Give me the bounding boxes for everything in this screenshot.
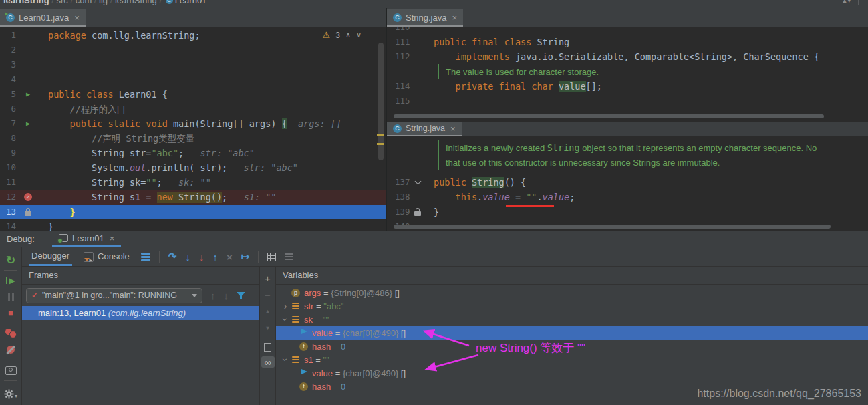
stop-button[interactable]: ■ [0,305,21,321]
line-number: 6 [0,102,20,116]
breadcrumb-separator: / [49,0,57,5]
breadcrumb-item[interactable]: com [76,0,92,5]
code-text: System.out.println( str); str: "abc" [36,160,298,175]
code-text [36,43,48,57]
run-widget-icon[interactable]: ▲▾ [842,0,851,4]
frames-toolbar: ✓ "main"@1 in gro..."main": RUNNING ↑ ↓ [22,285,259,306]
warning-stripe-mark[interactable] [377,134,384,136]
prev-warning-icon[interactable]: ∧ [345,31,351,39]
tree-chevron-icon[interactable]: › [280,354,291,365]
breadcrumb-separator: / [157,0,164,5]
step-into-button[interactable]: ↓ [185,251,190,263]
variable-row[interactable]: ›sk = "" [276,313,868,326]
gear-icon [4,389,14,399]
debug-session-tab[interactable]: Learn01 × [52,231,121,247]
code-editor-string-constructor[interactable]: Initializes a newly created String objec… [387,136,868,234]
run-to-cursor-button[interactable]: ↦ [241,251,250,263]
rerun-button[interactable]: ↻ [0,252,21,268]
variable-row[interactable]: value = {char[0]@490} [] [276,326,868,340]
code-text: The value is used for character storage. [438,64,599,79]
force-step-into-button[interactable]: ↓ [199,251,204,263]
breadcrumb[interactable]: learnString / src / com / llg / learnStr… [0,0,868,7]
horizontal-scrollbar[interactable] [394,114,824,118]
view-breakpoints-button[interactable] [0,325,21,342]
settings-gear-button[interactable]: ▾ [0,383,21,399]
tab-learn01-java[interactable]: C Learn01.java × [0,9,86,27]
code-text: } [424,205,439,219]
warning-stripe-mark[interactable] [377,143,384,145]
gutter: ▶ [20,116,36,131]
close-icon[interactable]: × [74,13,80,23]
frames-header: Frames [22,267,259,285]
tree-chevron-icon[interactable]: › [280,314,291,325]
gutter [411,64,424,79]
move-watch-down-button[interactable]: ▼ [265,322,271,334]
gutter [20,205,36,219]
thread-name: "main"@1 in gro..."main": RUNNING [42,291,188,300]
line-number: 138 [387,190,411,205]
variable-row[interactable]: value = {char[0]@490} [] [276,366,868,380]
step-out-button[interactable]: ↑ [212,251,218,263]
layout-settings-icon[interactable] [141,253,150,261]
code-text: implements java.io.Serializable, Compara… [424,49,819,64]
breadcrumb-item[interactable]: src [56,0,67,5]
step-over-button[interactable]: ↷ [168,251,177,263]
variable-name: s1 [304,355,313,365]
mute-breakpoints-button[interactable] [0,342,21,358]
fold-icon[interactable] [414,178,421,185]
gutter [411,79,424,94]
line-number: 9 [0,146,20,160]
variable-row[interactable]: pargs = {String[0]@486} [] [276,286,868,299]
breadcrumb-item[interactable]: llg [99,0,108,5]
prev-frame-button[interactable]: ↑ [210,290,216,301]
code-editor-learn01[interactable]: 1package com.llg.learnString;2345▶public… [0,27,386,231]
filter-icon[interactable] [237,292,245,299]
gutter [411,35,424,49]
debug-left-toolbar: ↻ ▶ ■ [0,247,22,405]
code-text: public final class String [424,35,569,49]
next-frame-button[interactable]: ↓ [224,290,229,301]
tab-debugger[interactable]: Debugger [29,247,72,266]
breadcrumb-item[interactable]: Learn01 [175,0,207,5]
close-icon[interactable]: × [450,124,456,134]
code-line: 114 private final char value[]; [387,79,868,94]
horizontal-scrollbar[interactable] [394,225,831,229]
code-line: 9 String str="abc"; str: "abc" [0,146,386,160]
drop-frame-button[interactable]: × [227,251,233,263]
settings-equalizer-icon[interactable] [285,253,293,260]
tree-chevron-icon[interactable]: › [280,301,291,311]
code-line: 8 //声明 String类型变量 [0,131,386,146]
field-icon [291,356,301,364]
run-gutter-icon[interactable]: ▶ [26,87,30,102]
view-breakpoints-grid-icon[interactable] [267,253,276,261]
line-number [387,140,411,155]
variable-row[interactable]: ›str = "abc" [276,299,868,313]
duplicate-watch-icon[interactable] [264,343,271,352]
variable-name: value [312,368,333,378]
breadcrumb-item[interactable]: learnString [115,0,157,5]
resume-button[interactable]: ▶ [0,273,21,289]
breadcrumb-project[interactable]: learnString [3,0,49,5]
inspection-widget[interactable]: ⚠ 3 ∧ ∨ [323,30,361,40]
code-editor-string-class[interactable]: 110111public final class String112 imple… [387,27,868,122]
run-gutter-icon[interactable]: ▶ [26,116,30,131]
next-warning-icon[interactable]: ∨ [356,31,361,39]
close-icon[interactable]: × [110,233,115,243]
tab-console[interactable]: Console [81,247,132,266]
add-watch-button[interactable]: + [265,272,271,284]
breakpoint-icon[interactable]: ✓ [24,193,32,201]
show-watches-button[interactable]: ∞ [261,356,275,368]
code-text: String str="abc"; str: "abc" [36,146,255,160]
stack-frame-row[interactable]: main:13, Learn01 (com.llg.learnString) [22,306,259,320]
camera-button[interactable] [0,362,21,378]
tab-string-java-bottom[interactable]: C String.java × [387,122,462,136]
pause-button[interactable] [0,289,21,305]
code-text: //程序的入口 [36,102,126,116]
thread-dropdown[interactable]: ✓ "main"@1 in gro..."main": RUNNING [26,288,202,303]
tab-string-java-top[interactable]: C String.java × [387,9,463,27]
remove-watch-button[interactable]: − [265,289,271,301]
debug-tool-window: Debug: Learn01 × ↻ ▶ ■ [0,231,868,405]
equals-sign: = [331,342,341,352]
move-watch-up-button[interactable]: ▲ [265,305,271,317]
close-icon[interactable]: × [452,13,457,23]
